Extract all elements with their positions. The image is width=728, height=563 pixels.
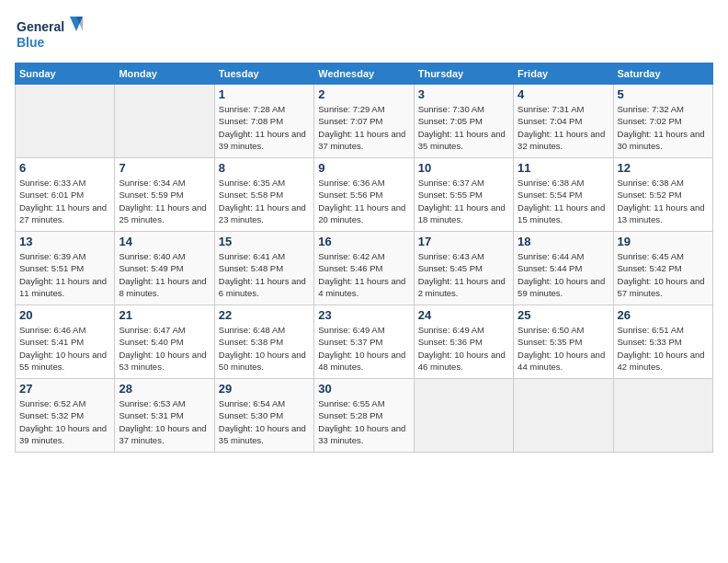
- day-info: Sunrise: 6:41 AM Sunset: 5:48 PM Dayligh…: [219, 250, 310, 299]
- calendar-cell: [514, 379, 613, 453]
- day-info: Sunrise: 6:44 AM Sunset: 5:44 PM Dayligh…: [518, 250, 609, 299]
- day-info: Sunrise: 7:29 AM Sunset: 7:07 PM Dayligh…: [318, 103, 409, 152]
- calendar-header-row: SundayMondayTuesdayWednesdayThursdayFrid…: [16, 63, 713, 85]
- calendar-cell: 3Sunrise: 7:30 AM Sunset: 7:05 PM Daylig…: [414, 85, 513, 158]
- calendar-cell: 29Sunrise: 6:54 AM Sunset: 5:30 PM Dayli…: [214, 379, 313, 453]
- calendar-week-row: 1Sunrise: 7:28 AM Sunset: 7:08 PM Daylig…: [16, 85, 713, 158]
- day-info: Sunrise: 7:31 AM Sunset: 7:04 PM Dayligh…: [518, 103, 609, 152]
- column-header-sunday: Sunday: [16, 63, 115, 85]
- day-info: Sunrise: 6:43 AM Sunset: 5:45 PM Dayligh…: [418, 250, 509, 299]
- day-number: 21: [119, 308, 210, 322]
- column-header-friday: Friday: [514, 63, 613, 85]
- calendar-week-row: 20Sunrise: 6:46 AM Sunset: 5:41 PM Dayli…: [16, 305, 713, 379]
- day-number: 6: [19, 161, 110, 175]
- calendar-cell: 7Sunrise: 6:34 AM Sunset: 5:59 PM Daylig…: [115, 158, 214, 232]
- day-number: 4: [518, 87, 609, 101]
- calendar-cell: 10Sunrise: 6:37 AM Sunset: 5:55 PM Dayli…: [414, 158, 513, 232]
- day-number: 18: [518, 235, 609, 248]
- day-number: 19: [618, 235, 709, 248]
- day-number: 14: [119, 235, 210, 248]
- column-header-tuesday: Tuesday: [214, 63, 313, 85]
- calendar-cell: 5Sunrise: 7:32 AM Sunset: 7:02 PM Daylig…: [613, 85, 712, 158]
- page-header: General Blue: [15, 15, 713, 52]
- calendar-cell: [414, 379, 513, 453]
- day-info: Sunrise: 6:34 AM Sunset: 5:59 PM Dayligh…: [119, 177, 210, 225]
- day-number: 17: [418, 235, 509, 248]
- day-info: Sunrise: 6:45 AM Sunset: 5:42 PM Dayligh…: [618, 250, 709, 299]
- svg-text:Blue: Blue: [17, 35, 45, 50]
- calendar-cell: 26Sunrise: 6:51 AM Sunset: 5:33 PM Dayli…: [613, 305, 712, 379]
- day-info: Sunrise: 7:28 AM Sunset: 7:08 PM Dayligh…: [219, 103, 310, 152]
- day-info: Sunrise: 6:50 AM Sunset: 5:35 PM Dayligh…: [518, 324, 609, 373]
- day-info: Sunrise: 6:48 AM Sunset: 5:38 PM Dayligh…: [219, 324, 310, 373]
- day-info: Sunrise: 6:54 AM Sunset: 5:30 PM Dayligh…: [219, 397, 310, 446]
- day-info: Sunrise: 6:46 AM Sunset: 5:41 PM Dayligh…: [19, 324, 110, 373]
- day-info: Sunrise: 6:37 AM Sunset: 5:55 PM Dayligh…: [418, 177, 509, 225]
- day-number: 5: [618, 87, 709, 101]
- column-header-thursday: Thursday: [414, 63, 513, 85]
- day-info: Sunrise: 6:49 AM Sunset: 5:36 PM Dayligh…: [418, 324, 509, 373]
- calendar-cell: 19Sunrise: 6:45 AM Sunset: 5:42 PM Dayli…: [613, 232, 712, 305]
- calendar-week-row: 13Sunrise: 6:39 AM Sunset: 5:51 PM Dayli…: [16, 232, 713, 305]
- calendar-cell: 20Sunrise: 6:46 AM Sunset: 5:41 PM Dayli…: [16, 305, 115, 379]
- calendar-cell: [115, 85, 214, 158]
- day-number: 16: [318, 235, 409, 248]
- calendar-cell: 22Sunrise: 6:48 AM Sunset: 5:38 PM Dayli…: [214, 305, 313, 379]
- column-header-wednesday: Wednesday: [314, 63, 414, 85]
- day-number: 29: [219, 382, 310, 396]
- day-info: Sunrise: 6:35 AM Sunset: 5:58 PM Dayligh…: [219, 177, 310, 225]
- day-info: Sunrise: 6:39 AM Sunset: 5:51 PM Dayligh…: [19, 250, 110, 299]
- day-number: 20: [19, 308, 110, 322]
- day-number: 12: [618, 161, 709, 175]
- calendar-cell: [16, 85, 115, 158]
- calendar-cell: 27Sunrise: 6:52 AM Sunset: 5:32 PM Dayli…: [16, 379, 115, 453]
- calendar-cell: 13Sunrise: 6:39 AM Sunset: 5:51 PM Dayli…: [16, 232, 115, 305]
- day-info: Sunrise: 6:53 AM Sunset: 5:31 PM Dayligh…: [119, 397, 210, 446]
- day-number: 24: [418, 308, 509, 322]
- day-info: Sunrise: 6:51 AM Sunset: 5:33 PM Dayligh…: [618, 324, 709, 373]
- logo-svg: General Blue: [15, 15, 88, 52]
- calendar-cell: 28Sunrise: 6:53 AM Sunset: 5:31 PM Dayli…: [115, 379, 214, 453]
- day-number: 11: [518, 161, 609, 175]
- calendar-cell: 11Sunrise: 6:38 AM Sunset: 5:54 PM Dayli…: [514, 158, 613, 232]
- calendar-cell: 16Sunrise: 6:42 AM Sunset: 5:46 PM Dayli…: [314, 232, 414, 305]
- day-info: Sunrise: 6:36 AM Sunset: 5:56 PM Dayligh…: [318, 177, 409, 225]
- calendar-cell: 8Sunrise: 6:35 AM Sunset: 5:58 PM Daylig…: [214, 158, 313, 232]
- day-info: Sunrise: 6:33 AM Sunset: 6:01 PM Dayligh…: [19, 177, 110, 225]
- calendar-cell: 24Sunrise: 6:49 AM Sunset: 5:36 PM Dayli…: [414, 305, 513, 379]
- logo: General Blue: [15, 15, 88, 52]
- calendar-cell: 9Sunrise: 6:36 AM Sunset: 5:56 PM Daylig…: [314, 158, 414, 232]
- calendar-cell: 17Sunrise: 6:43 AM Sunset: 5:45 PM Dayli…: [414, 232, 513, 305]
- calendar-cell: 25Sunrise: 6:50 AM Sunset: 5:35 PM Dayli…: [514, 305, 613, 379]
- day-info: Sunrise: 7:32 AM Sunset: 7:02 PM Dayligh…: [618, 103, 709, 152]
- day-number: 1: [219, 87, 310, 101]
- day-number: 9: [318, 161, 409, 175]
- day-info: Sunrise: 7:30 AM Sunset: 7:05 PM Dayligh…: [418, 103, 509, 152]
- day-number: 27: [19, 382, 110, 396]
- day-info: Sunrise: 6:52 AM Sunset: 5:32 PM Dayligh…: [19, 397, 110, 446]
- day-number: 15: [219, 235, 310, 248]
- day-number: 2: [318, 87, 409, 101]
- calendar-week-row: 6Sunrise: 6:33 AM Sunset: 6:01 PM Daylig…: [16, 158, 713, 232]
- day-number: 13: [19, 235, 110, 248]
- day-number: 23: [318, 308, 409, 322]
- day-info: Sunrise: 6:38 AM Sunset: 5:52 PM Dayligh…: [618, 177, 709, 225]
- calendar-week-row: 27Sunrise: 6:52 AM Sunset: 5:32 PM Dayli…: [16, 379, 713, 453]
- day-info: Sunrise: 6:47 AM Sunset: 5:40 PM Dayligh…: [119, 324, 210, 373]
- calendar-cell: 4Sunrise: 7:31 AM Sunset: 7:04 PM Daylig…: [514, 85, 613, 158]
- svg-text:General: General: [17, 19, 64, 34]
- calendar-cell: 18Sunrise: 6:44 AM Sunset: 5:44 PM Dayli…: [514, 232, 613, 305]
- day-number: 25: [518, 308, 609, 322]
- calendar-cell: 30Sunrise: 6:55 AM Sunset: 5:28 PM Dayli…: [314, 379, 414, 453]
- calendar-cell: 6Sunrise: 6:33 AM Sunset: 6:01 PM Daylig…: [16, 158, 115, 232]
- column-header-saturday: Saturday: [613, 63, 712, 85]
- column-header-monday: Monday: [115, 63, 214, 85]
- day-info: Sunrise: 6:42 AM Sunset: 5:46 PM Dayligh…: [318, 250, 409, 299]
- day-number: 30: [318, 382, 409, 396]
- day-info: Sunrise: 6:55 AM Sunset: 5:28 PM Dayligh…: [318, 397, 409, 446]
- calendar-cell: 2Sunrise: 7:29 AM Sunset: 7:07 PM Daylig…: [314, 85, 414, 158]
- calendar-cell: 15Sunrise: 6:41 AM Sunset: 5:48 PM Dayli…: [214, 232, 313, 305]
- day-info: Sunrise: 6:49 AM Sunset: 5:37 PM Dayligh…: [318, 324, 409, 373]
- calendar-cell: 1Sunrise: 7:28 AM Sunset: 7:08 PM Daylig…: [214, 85, 313, 158]
- day-number: 7: [119, 161, 210, 175]
